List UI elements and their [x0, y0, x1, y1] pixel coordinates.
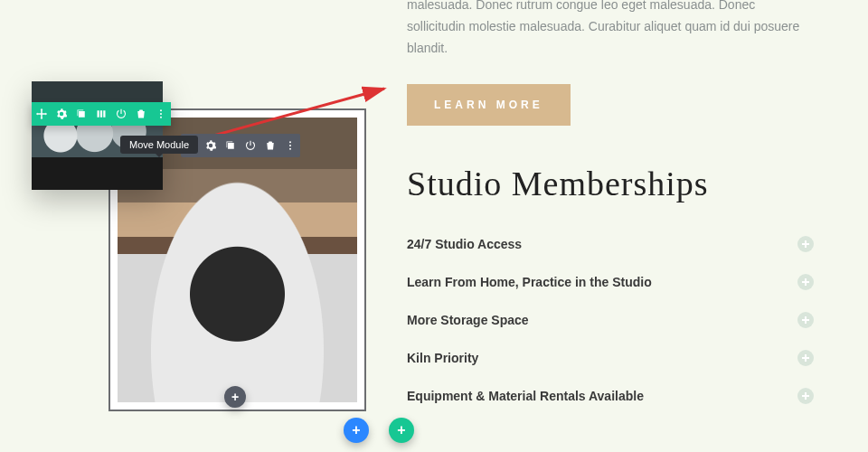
- move-module-tooltip: Move Module: [120, 136, 198, 154]
- accordion-label: 24/7 Studio Access: [407, 237, 522, 251]
- accordion: 24/7 Studio Access Learn From Home, Prac…: [407, 225, 814, 415]
- more-icon[interactable]: [151, 102, 171, 126]
- learn-more-button[interactable]: LEARN MORE: [407, 84, 571, 126]
- svg-point-2: [160, 117, 162, 118]
- memberships-heading: Studio Memberships: [407, 164, 814, 203]
- intro-paragraph: malesuada. Donec rutrum congue leo eget …: [407, 0, 814, 59]
- svg-point-3: [289, 141, 291, 143]
- duplicate-icon[interactable]: [71, 102, 91, 126]
- content-column: malesuada. Donec rutrum congue leo eget …: [398, 0, 868, 452]
- gear-icon[interactable]: [52, 102, 71, 126]
- accordion-item[interactable]: Kiln Priority: [407, 339, 814, 377]
- plus-icon: [797, 350, 814, 366]
- accordion-label: More Storage Space: [407, 313, 529, 327]
- plus-icon: [797, 312, 814, 328]
- accordion-item[interactable]: Learn From Home, Practice in the Studio: [407, 263, 814, 301]
- plus-icon: [797, 388, 814, 404]
- add-section-button[interactable]: +: [344, 418, 369, 443]
- power-icon[interactable]: [111, 102, 131, 126]
- more-icon[interactable]: [280, 134, 300, 157]
- trash-icon[interactable]: [131, 102, 151, 126]
- trash-icon[interactable]: [260, 134, 280, 157]
- accordion-item[interactable]: More Storage Space: [407, 301, 814, 339]
- svg-point-4: [289, 145, 291, 146]
- svg-point-1: [160, 113, 162, 115]
- accordion-label: Kiln Priority: [407, 351, 478, 365]
- row-toolbar: [32, 102, 171, 126]
- accordion-item[interactable]: Equipment & Material Rentals Available: [407, 377, 814, 415]
- move-icon[interactable]: [32, 102, 52, 126]
- power-icon[interactable]: [241, 134, 260, 157]
- duplicate-icon[interactable]: [221, 134, 241, 157]
- accordion-item[interactable]: 24/7 Studio Access: [407, 225, 814, 263]
- gear-icon[interactable]: [201, 134, 221, 157]
- accordion-label: Equipment & Material Rentals Available: [407, 389, 644, 403]
- add-module-button[interactable]: +: [224, 386, 246, 408]
- module-toolbar: [181, 134, 300, 157]
- plus-icon: [797, 274, 814, 290]
- svg-point-5: [289, 148, 291, 150]
- editor-canvas: + Move Module: [0, 0, 398, 452]
- plus-icon: [797, 236, 814, 252]
- accordion-label: Learn From Home, Practice in the Studio: [407, 275, 652, 289]
- svg-point-0: [160, 109, 162, 111]
- columns-icon[interactable]: [91, 102, 111, 126]
